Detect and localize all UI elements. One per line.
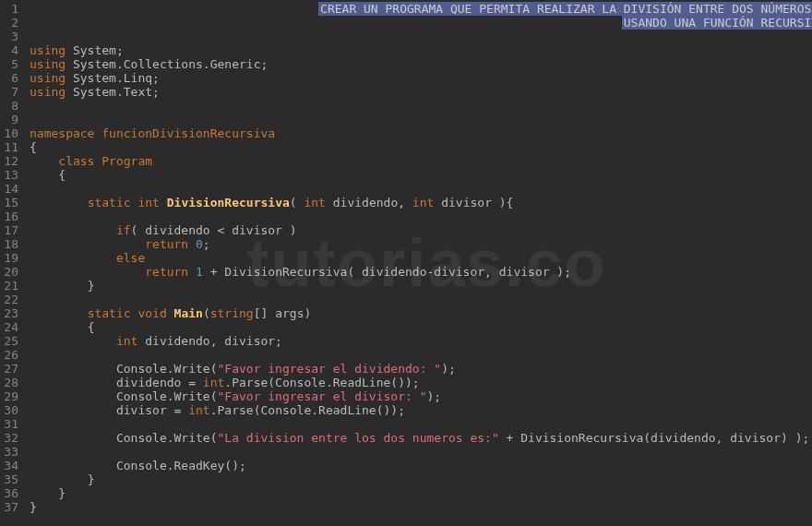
code-line[interactable]: divisor = int.Parse(Console.ReadLine()); <box>26 403 812 417</box>
code-line[interactable]: } <box>26 500 812 514</box>
token-kw: else <box>116 251 145 265</box>
token-nsname: funcionDivisionRecursiva <box>102 126 275 140</box>
code-line[interactable]: using System.Linq; <box>26 71 812 85</box>
token-punct: System; <box>66 43 124 57</box>
code-line[interactable]: CREAR UN PROGRAMA QUE PERMITA REALIZAR L… <box>26 2 812 16</box>
token-punct: } <box>88 472 95 486</box>
line-number: 23 <box>4 306 18 320</box>
line-number: 9 <box>4 113 18 126</box>
line-number: 12 <box>4 154 18 168</box>
code-line[interactable]: if( dividendo < divisor ) <box>26 223 812 237</box>
token-kw: void <box>137 306 166 320</box>
token-highlight: CREAR UN PROGRAMA QUE PERMITA REALIZAR L… <box>318 2 812 16</box>
token-punct: ); <box>426 389 441 403</box>
line-number: 20 <box>4 265 18 279</box>
token-inttype: int <box>304 196 325 209</box>
line-number: 11 <box>4 140 18 154</box>
line-number: 21 <box>4 279 18 293</box>
line-number: 5 <box>4 57 18 71</box>
code-line[interactable]: Console.ReadKey(); <box>26 459 812 472</box>
token-fn: Main <box>174 306 203 320</box>
token-fn: DivisionRecursiva <box>167 196 290 209</box>
token-punct: Console.ReadKey(); <box>116 459 246 472</box>
line-number: 37 <box>4 500 18 514</box>
token-punct: divisor = <box>116 403 188 417</box>
line-number: 8 <box>4 99 18 113</box>
code-line[interactable] <box>26 182 812 196</box>
line-number: 24 <box>4 320 18 334</box>
line-number: 19 <box>4 251 18 265</box>
token-punct: divisor ){ <box>434 196 513 209</box>
code-line[interactable]: } <box>26 486 812 500</box>
token-kw: static <box>88 306 131 320</box>
code-line[interactable] <box>26 30 812 43</box>
line-number: 6 <box>4 71 18 85</box>
code-line[interactable]: { <box>26 320 812 334</box>
code-line[interactable]: } <box>26 472 812 486</box>
code-line[interactable]: USANDO UNA FUNCIÓN RECURSIVA <box>26 16 812 30</box>
token-punct <box>188 265 196 279</box>
code-line[interactable]: using System; <box>26 43 812 57</box>
code-line[interactable]: { <box>26 140 812 154</box>
code-line[interactable] <box>26 445 812 459</box>
token-punct: .Parse(Console.ReadLine()); <box>224 376 419 389</box>
token-kw: if <box>116 223 131 237</box>
line-number: 31 <box>4 417 18 431</box>
code-line[interactable]: static void Main(string[] args) <box>26 306 812 320</box>
code-line[interactable]: } <box>26 279 812 293</box>
code-line[interactable] <box>26 113 812 126</box>
line-number: 18 <box>4 237 18 251</box>
line-number: 34 <box>4 459 18 472</box>
token-punct: dividendo, divisor; <box>137 334 282 348</box>
code-line[interactable]: int dividendo, divisor; <box>26 334 812 348</box>
token-num: 0 <box>196 237 203 251</box>
code-line[interactable]: return 1 + DivisionRecursiva( dividendo-… <box>26 265 812 279</box>
token-inttype: int <box>188 403 209 417</box>
token-punct <box>188 237 196 251</box>
token-punct <box>167 306 174 320</box>
code-line[interactable] <box>26 99 812 113</box>
code-line[interactable]: Console.Write("Favor ingresar el divisor… <box>26 389 812 403</box>
token-punct: [] args) <box>254 306 312 320</box>
line-number: 32 <box>4 431 18 445</box>
token-kw: using <box>30 71 66 85</box>
token-punct: { <box>30 140 37 154</box>
line-number: 14 <box>4 182 18 196</box>
token-punct: Console.Write( <box>116 362 218 376</box>
code-line[interactable]: Console.Write("La division entre los dos… <box>26 431 812 445</box>
token-punct: dividendo = <box>116 376 203 389</box>
token-punct: } <box>88 279 95 293</box>
line-number: 3 <box>4 30 18 43</box>
code-line[interactable] <box>26 293 812 306</box>
token-punct: System.Text; <box>66 85 160 99</box>
code-line[interactable]: Console.Write("Favor ingresar el dividen… <box>26 362 812 376</box>
token-str: "La division entre los dos numeros es:" <box>218 431 499 445</box>
line-number: 26 <box>4 348 18 362</box>
code-area[interactable]: CREAR UN PROGRAMA QUE PERMITA REALIZAR L… <box>26 0 812 526</box>
code-line[interactable]: dividendo = int.Parse(Console.ReadLine()… <box>26 376 812 389</box>
code-line[interactable]: using System.Collections.Generic; <box>26 57 812 71</box>
code-line[interactable]: static int DivisionRecursiva( int divide… <box>26 196 812 209</box>
code-line[interactable]: { <box>26 168 812 182</box>
code-line[interactable]: return 0; <box>26 237 812 251</box>
token-kw: namespace <box>30 126 94 140</box>
line-number: 35 <box>4 472 18 486</box>
code-line[interactable] <box>26 348 812 362</box>
code-line[interactable]: namespace funcionDivisionRecursiva <box>26 126 812 140</box>
code-line[interactable]: class Program <box>26 154 812 168</box>
token-punct: + DivisionRecursiva(dividendo, divisor) … <box>499 431 810 445</box>
line-number: 36 <box>4 486 18 500</box>
token-kw: using <box>30 43 66 57</box>
token-punct: + DivisionRecursiva( dividendo-divisor, … <box>203 265 571 279</box>
code-line[interactable]: else <box>26 251 812 265</box>
line-number: 10 <box>4 126 18 140</box>
code-line[interactable] <box>26 209 812 223</box>
line-number: 29 <box>4 389 18 403</box>
token-punct: { <box>58 168 66 182</box>
token-punct: System.Linq; <box>66 71 160 85</box>
code-line[interactable] <box>26 417 812 431</box>
code-editor[interactable]: 1234567891011121314151617181920212223242… <box>0 0 812 526</box>
token-punct: System.Collections.Generic; <box>66 57 268 71</box>
token-num: 1 <box>196 265 203 279</box>
code-line[interactable]: using System.Text; <box>26 85 812 99</box>
